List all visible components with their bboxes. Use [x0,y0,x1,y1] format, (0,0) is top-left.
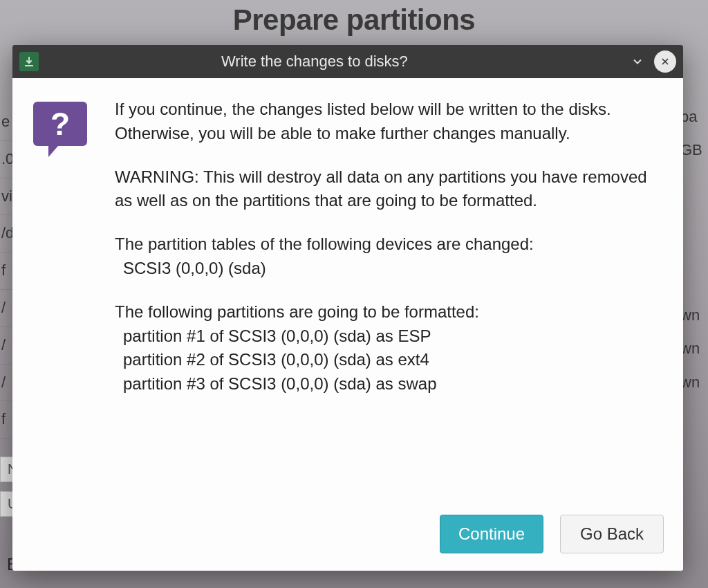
bg-right-text-fragments: pa GB wn wn wn [680,100,708,399]
partitions-formatted-block: The following partitions are going to be… [115,300,662,396]
bg-fragment: pa [680,100,708,134]
partition-entry: partition #2 of SCSI3 (0,0,0) (sda) as e… [115,348,662,372]
dialog-warning-text: WARNING: This will destroy all data on a… [115,165,662,214]
dialog-icon-column: ? [33,98,102,508]
partition-entry: partition #3 of SCSI3 (0,0,0) (sda) as s… [115,372,662,396]
devices-heading: The partition tables of the following de… [115,232,662,257]
device-entry: SCSI3 (0,0,0) (sda) [115,257,662,281]
dialog-titlebar[interactable]: Write the changes to disks? [12,45,683,78]
page-title: Prepare partitions [0,3,708,37]
devices-changed-block: The partition tables of the following de… [115,232,662,281]
dialog-title: Write the changes to disks? [221,53,408,71]
go-back-button[interactable]: Go Back [560,515,664,553]
continue-button[interactable]: Continue [440,515,543,553]
dialog-body: ? If you continue, the changes listed be… [12,78,683,508]
bg-fragment: wn [680,332,708,365]
question-mark-glyph: ? [50,101,70,147]
dialog-intro-text: If you continue, the changes listed belo… [115,98,662,146]
partitions-heading: The following partitions are going to be… [115,300,662,324]
installer-app-icon [19,52,39,71]
close-button[interactable] [654,50,676,73]
dialog-footer: Continue Go Back [12,508,683,571]
write-changes-dialog: Write the changes to disks? ? If you con… [12,45,683,571]
bg-fragment: wn [680,299,708,332]
bg-fragment: GB [680,134,708,167]
partition-entry: partition #1 of SCSI3 (0,0,0) (sda) as E… [115,324,662,349]
question-icon: ? [33,102,87,146]
bg-fragment: wn [680,366,708,399]
dialog-text-column: If you continue, the changes listed belo… [102,98,662,508]
minimize-button[interactable] [626,50,649,73]
